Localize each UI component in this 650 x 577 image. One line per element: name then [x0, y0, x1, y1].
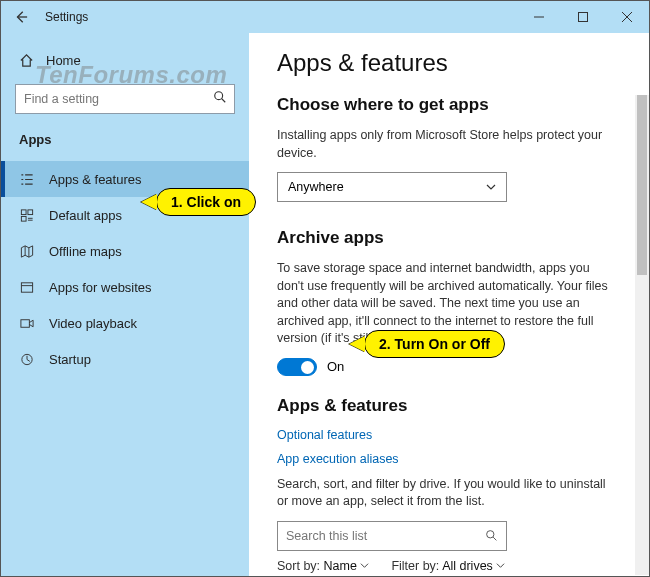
sidebar-item-startup[interactable]: Startup — [1, 341, 249, 377]
startup-icon — [19, 352, 35, 367]
sidebar-item-label: Apps & features — [49, 172, 142, 187]
toggle-state-label: On — [327, 359, 344, 374]
choose-desc: Installing apps only from Microsoft Stor… — [277, 127, 617, 162]
svg-rect-4 — [21, 216, 26, 221]
svg-rect-6 — [21, 319, 29, 327]
apps-search-box[interactable]: Search this list — [277, 521, 507, 551]
filter-by[interactable]: Filter by: All drives — [391, 559, 505, 573]
link-optional-features[interactable]: Optional features — [277, 428, 631, 442]
sidebar-item-label: Video playback — [49, 316, 137, 331]
svg-point-8 — [487, 531, 494, 538]
settings-window: Settings Home A — [0, 0, 650, 577]
link-execution-aliases[interactable]: App execution aliases — [277, 452, 631, 466]
section-archive-heading: Archive apps — [277, 228, 631, 248]
close-icon — [622, 12, 632, 22]
sidebar-item-label: Startup — [49, 352, 91, 367]
map-icon — [19, 244, 35, 259]
defaults-icon — [19, 208, 35, 223]
svg-rect-2 — [21, 209, 26, 214]
sidebar-item-default-apps[interactable]: Default apps — [1, 197, 249, 233]
scrollbar[interactable] — [635, 95, 649, 575]
dropdown-value: Anywhere — [288, 180, 344, 194]
sort-by[interactable]: Sort by: Name — [277, 559, 369, 573]
svg-rect-3 — [28, 209, 33, 214]
video-icon — [19, 316, 35, 331]
main-content: Apps & features Choose where to get apps… — [249, 33, 649, 576]
chevron-down-icon — [360, 561, 369, 570]
arrow-left-icon — [14, 10, 28, 24]
sidebar-home[interactable]: Home — [1, 47, 249, 78]
page-title: Apps & features — [277, 49, 631, 77]
sidebar-item-label: Apps for websites — [49, 280, 152, 295]
maximize-icon — [578, 12, 588, 22]
window-title: Settings — [45, 10, 88, 24]
section-choose-heading: Choose where to get apps — [277, 95, 631, 115]
sidebar-item-label: Default apps — [49, 208, 122, 223]
close-button[interactable] — [605, 1, 649, 33]
sidebar-item-apps-features[interactable]: Apps & features — [1, 161, 249, 197]
list-icon — [19, 172, 35, 187]
archive-desc: To save storage space and internet bandw… — [277, 260, 617, 348]
minimize-button[interactable] — [517, 1, 561, 33]
section-apps-heading: Apps & features — [277, 396, 631, 416]
app-source-dropdown[interactable]: Anywhere — [277, 172, 507, 202]
sidebar-home-label: Home — [46, 53, 81, 68]
sidebar-category: Apps — [1, 130, 249, 161]
apps-search-placeholder: Search this list — [286, 529, 367, 543]
back-button[interactable] — [1, 1, 41, 33]
svg-rect-5 — [21, 282, 32, 291]
window-controls — [517, 1, 649, 33]
sidebar-item-video-playback[interactable]: Video playback — [1, 305, 249, 341]
chevron-down-icon — [496, 561, 505, 570]
titlebar: Settings — [1, 1, 649, 33]
toggle-knob — [301, 361, 314, 374]
websites-icon — [19, 280, 35, 295]
sidebar-item-label: Offline maps — [49, 244, 122, 259]
svg-point-1 — [215, 92, 223, 100]
home-icon — [19, 53, 34, 68]
chevron-down-icon — [486, 182, 496, 192]
minimize-icon — [534, 12, 544, 22]
svg-rect-0 — [579, 13, 588, 22]
search-icon — [213, 90, 227, 107]
archive-toggle[interactable] — [277, 358, 317, 376]
sidebar-item-offline-maps[interactable]: Offline maps — [1, 233, 249, 269]
sidebar: Home Apps Apps & features Default apps O… — [1, 33, 249, 576]
scrollbar-thumb[interactable] — [637, 95, 647, 275]
search-input[interactable] — [15, 84, 235, 114]
search-icon — [485, 529, 498, 542]
maximize-button[interactable] — [561, 1, 605, 33]
apps-desc: Search, sort, and filter by drive. If yo… — [277, 476, 617, 511]
sidebar-item-apps-websites[interactable]: Apps for websites — [1, 269, 249, 305]
